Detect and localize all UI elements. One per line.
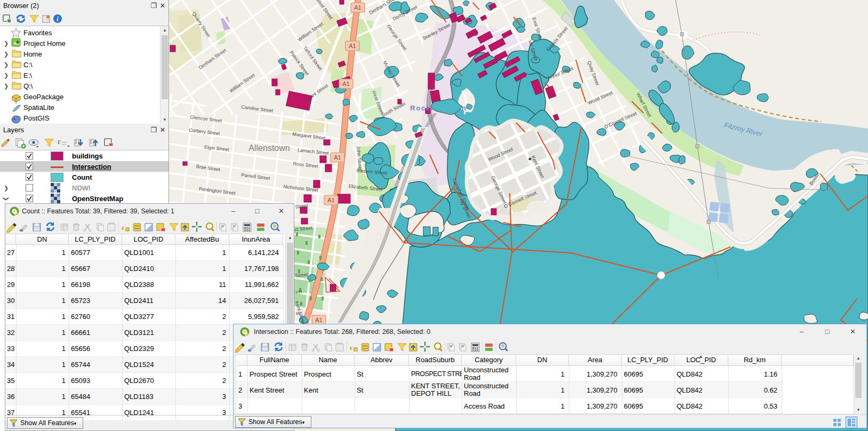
svg-text:ε: ε [122, 224, 125, 232]
svg-text:A1: A1 [327, 197, 334, 203]
svg-text:A1: A1 [334, 154, 341, 161]
svg-text:A1: A1 [315, 317, 322, 323]
svg-text:ε: ε [58, 138, 61, 146]
svg-text:A1: A1 [354, 4, 361, 11]
svg-text:Allenstown: Allenstown [248, 143, 290, 153]
svg-text:A1: A1 [349, 43, 356, 49]
svg-text:A1: A1 [342, 81, 349, 87]
svg-text:ε: ε [350, 344, 353, 352]
